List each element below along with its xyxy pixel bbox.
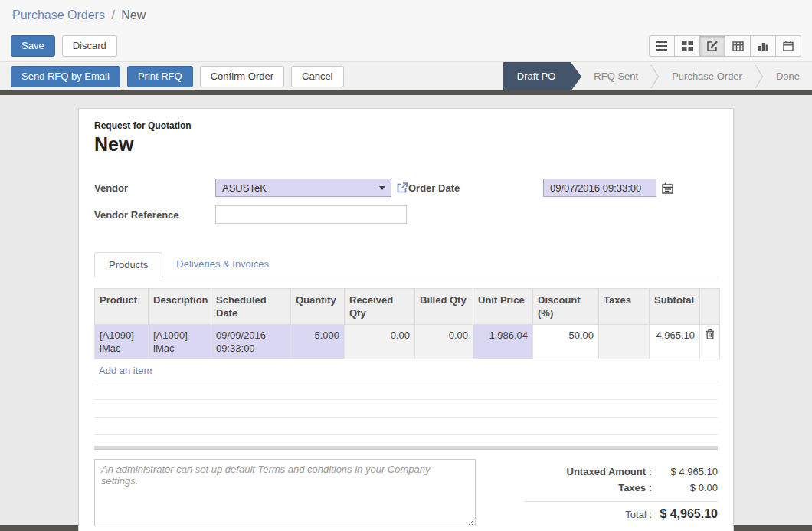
col-discount: Discount (%) (533, 289, 599, 325)
cell-taxes[interactable] (599, 325, 650, 359)
record-title: New (94, 133, 718, 156)
pivot-table-icon (732, 41, 744, 51)
totals-divider (525, 501, 718, 502)
status-purchase-order[interactable]: Purchase Order (660, 70, 755, 82)
empty-list-row (94, 418, 718, 435)
order-lines-table: Product Description Scheduled Date Quant… (94, 288, 720, 359)
vendor-reference-label: Vendor Reference (94, 209, 215, 221)
save-button[interactable]: Save (11, 35, 55, 57)
cell-billed-qty[interactable]: 0.00 (415, 325, 473, 359)
tab-deliveries-invoices[interactable]: Deliveries & Invoices (162, 252, 283, 277)
cell-received-qty[interactable]: 0.00 (345, 325, 415, 359)
toolbar: Save Discard (0, 28, 812, 61)
cell-subtotal[interactable]: 4,965.10 (650, 325, 700, 359)
col-taxes: Taxes (599, 289, 650, 325)
untaxed-amount-value: $ 4,965.10 (652, 466, 718, 477)
cell-discount[interactable]: 50.00 (533, 325, 599, 359)
untaxed-amount-label: Untaxed Amount : (567, 466, 652, 477)
calendar-icon (783, 41, 794, 51)
list-view-button[interactable] (649, 35, 675, 57)
cancel-button[interactable]: Cancel (291, 66, 343, 87)
pivot-view-button[interactable] (725, 35, 751, 57)
taxes-value: $ 0.00 (652, 482, 718, 493)
vendor-value: ASUSTeK (222, 182, 267, 194)
tab-products[interactable]: Products (94, 252, 162, 277)
kanban-view-button[interactable] (674, 35, 700, 57)
order-date-input[interactable]: 09/07/2016 09:33:00 (543, 179, 656, 197)
field-group: Vendor ASUSTeK Vendor Reference Order (94, 179, 718, 232)
calendar-view-button[interactable] (775, 35, 801, 57)
total-value: $ 4,965.10 (652, 507, 718, 521)
statusbar: Send RFQ by Email Print RFQ Confirm Orde… (0, 61, 812, 90)
col-description: Description (149, 289, 211, 325)
form-view-button[interactable] (699, 35, 725, 57)
cell-description[interactable]: [A1090] iMac (149, 325, 211, 359)
graph-view-button[interactable] (750, 35, 776, 57)
view-switcher (649, 35, 801, 57)
breadcrumb-parent-link[interactable]: Purchase Orders (12, 8, 105, 21)
cell-product[interactable]: [A1090] iMac (95, 325, 149, 359)
order-date-value: 09/07/2016 09:33:00 (550, 182, 641, 194)
confirm-order-button[interactable]: Confirm Order (200, 66, 284, 87)
col-scheduled-date: Scheduled Date (211, 289, 291, 325)
header: Purchase Orders / New Save Discard (0, 0, 812, 90)
table-row: [A1090] iMac [A1090] iMac 09/09/2016 09:… (95, 325, 720, 359)
cell-scheduled-date[interactable]: 09/09/2016 09:33:00 (211, 325, 291, 359)
col-actions (700, 289, 720, 325)
form-sheet: Request for Quotation New Vendor ASUSTeK… (78, 108, 734, 531)
sheet-subtitle: Request for Quotation (94, 120, 718, 131)
vendor-reference-input[interactable] (215, 205, 407, 224)
chevron-right-icon (650, 63, 660, 90)
dropdown-caret-icon (379, 186, 385, 190)
vendor-select[interactable]: ASUSTeK (215, 179, 391, 197)
notes-and-totals: Untaxed Amount : $ 4,965.10 Taxes : $ 0.… (94, 459, 718, 526)
form-background: Request for Quotation New Vendor ASUSTeK… (0, 95, 812, 525)
delete-row-button[interactable] (700, 325, 720, 359)
notebook-tabs: Products Deliveries & Invoices (94, 252, 718, 277)
list-footer-separator (94, 446, 718, 450)
empty-list-row (94, 400, 718, 418)
trash-icon (706, 329, 715, 339)
col-received-qty: Received Qty (345, 289, 415, 325)
status-rfq-sent[interactable]: RFQ Sent (581, 70, 650, 82)
status-done[interactable]: Done (764, 70, 812, 82)
taxes-label: Taxes : (618, 482, 652, 493)
cell-unit-price[interactable]: 1,986.04 (473, 325, 533, 359)
print-rfq-button[interactable]: Print RFQ (127, 66, 193, 87)
add-an-item-link[interactable]: Add an item (94, 359, 718, 382)
calendar-picker-icon[interactable] (662, 182, 673, 194)
open-vendor-record-icon[interactable] (397, 182, 408, 193)
col-billed-qty: Billed Qty (415, 289, 473, 325)
bar-chart-icon (758, 41, 769, 51)
chevron-right-icon (755, 63, 764, 90)
empty-list-row (94, 382, 718, 400)
cell-quantity[interactable]: 5.000 (291, 325, 345, 359)
status-pipeline: Draft PO RFQ Sent Purchase Order Done (503, 62, 812, 90)
totals-panel: Untaxed Amount : $ 4,965.10 Taxes : $ 0.… (525, 459, 718, 526)
order-date-label: Order Date (408, 182, 543, 194)
col-unit-price: Unit Price (473, 289, 533, 325)
list-icon (656, 41, 668, 51)
send-rfq-by-email-button[interactable]: Send RFQ by Email (11, 66, 120, 87)
discard-button[interactable]: Discard (62, 35, 117, 57)
kanban-icon (682, 41, 693, 51)
edit-form-icon (707, 41, 719, 51)
col-subtotal: Subtotal (650, 289, 700, 325)
breadcrumb-separator: / (111, 8, 114, 21)
terms-notes-textarea[interactable] (94, 459, 476, 526)
vendor-label: Vendor (94, 182, 215, 194)
breadcrumb-current: New (121, 8, 146, 21)
total-label: Total : (625, 509, 652, 520)
col-quantity: Quantity (291, 289, 345, 325)
col-product: Product (95, 289, 149, 325)
breadcrumb: Purchase Orders / New (0, 0, 812, 28)
status-draft-po[interactable]: Draft PO (503, 62, 571, 90)
table-header-row: Product Description Scheduled Date Quant… (95, 289, 720, 325)
